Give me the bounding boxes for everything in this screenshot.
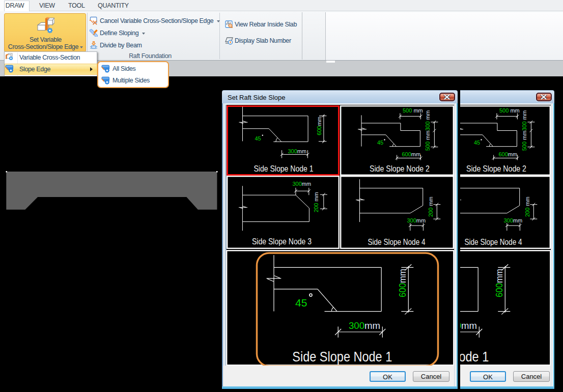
svg-text:600mm: 600mm xyxy=(493,269,504,297)
svg-text:600mm: 600mm xyxy=(498,151,517,157)
svg-text:200 mm: 200 mm xyxy=(427,197,433,217)
svg-text:500 mm: 500 mm xyxy=(425,130,431,151)
svg-text:300mm: 300mm xyxy=(460,320,477,331)
svg-text:300mm: 300mm xyxy=(349,320,380,331)
svg-text:300 mm: 300 mm xyxy=(425,110,431,130)
svg-text:Side Slope Node 1: Side Slope Node 1 xyxy=(292,348,392,364)
svg-text:Side Slope Node 1: Side Slope Node 1 xyxy=(460,348,489,364)
svg-text:300mm: 300mm xyxy=(407,217,426,223)
svg-text:500 mm: 500 mm xyxy=(499,107,520,113)
svg-text:45: 45 xyxy=(474,139,480,146)
svg-text:45: 45 xyxy=(377,139,383,146)
svg-text:Side Slope Node 4: Side Slope Node 4 xyxy=(368,237,425,246)
svg-text:600mm: 600mm xyxy=(397,269,407,297)
svg-text:Side Slope Node 4: Side Slope Node 4 xyxy=(464,237,522,246)
svg-text:200 mm: 200 mm xyxy=(524,197,530,217)
svg-text:Side Slope Node 3: Side Slope Node 3 xyxy=(252,236,312,245)
svg-text:300mm: 300mm xyxy=(293,181,312,187)
svg-text:300mm: 300mm xyxy=(288,148,307,154)
svg-text:600mm: 600mm xyxy=(316,117,322,135)
svg-text:45: 45 xyxy=(295,296,307,308)
svg-text:300 mm: 300 mm xyxy=(521,110,527,130)
svg-text:500 mm: 500 mm xyxy=(521,130,527,151)
svg-text:600mm: 600mm xyxy=(402,151,420,157)
svg-text:45: 45 xyxy=(255,135,261,142)
svg-text:Side Slope Node 2: Side Slope Node 2 xyxy=(370,164,430,173)
svg-text:Side Slope Node 2: Side Slope Node 2 xyxy=(466,164,526,173)
svg-text:300mm: 300mm xyxy=(503,217,522,223)
svg-text:500 mm: 500 mm xyxy=(403,107,423,113)
svg-text:200 mm: 200 mm xyxy=(313,192,319,212)
svg-text:Side Slope Node 1: Side Slope Node 1 xyxy=(254,164,314,173)
